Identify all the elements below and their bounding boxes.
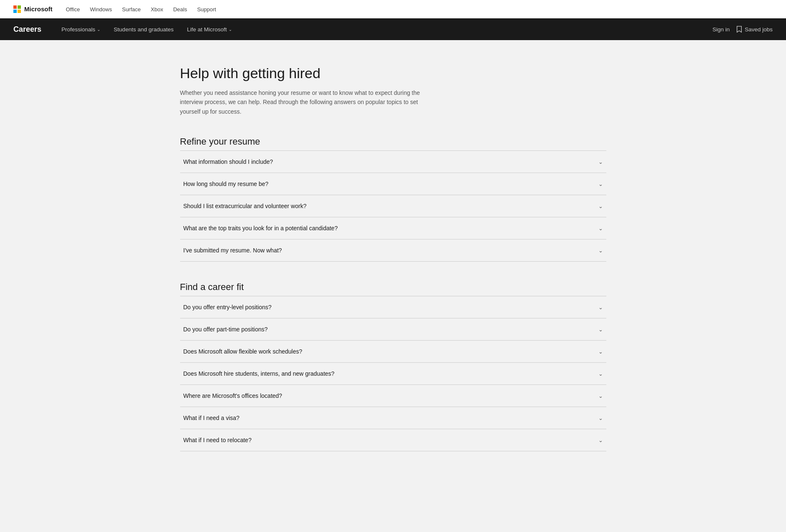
- top-nav-xbox[interactable]: Xbox: [151, 6, 163, 13]
- faq-chevron-icon: ⌄: [598, 159, 603, 165]
- faq-question: Does Microsoft allow flexible work sched…: [183, 348, 303, 355]
- career-fit-section-title: Find a career fit: [180, 282, 606, 293]
- faq-chevron-icon: ⌄: [598, 247, 603, 254]
- faq-chevron-icon: ⌄: [598, 203, 603, 209]
- faq-question: Does Microsoft hire students, interns, a…: [183, 370, 335, 377]
- faq-question: Do you offer part-time positions?: [183, 326, 268, 333]
- faq-question: Do you offer entry-level positions?: [183, 304, 272, 311]
- faq-item[interactable]: Does Microsoft allow flexible work sched…: [180, 341, 606, 363]
- faq-question: Where are Microsoft's offices located?: [183, 392, 282, 399]
- faq-question: What are the top traits you look for in …: [183, 225, 338, 232]
- faq-question: Should I list extracurricular and volunt…: [183, 203, 307, 209]
- top-nav-support[interactable]: Support: [197, 6, 216, 13]
- faq-item[interactable]: What are the top traits you look for in …: [180, 217, 606, 239]
- faq-chevron-icon: ⌄: [598, 415, 603, 421]
- top-navigation: Microsoft Office Windows Surface Xbox De…: [0, 0, 786, 18]
- top-nav-links: Office Windows Surface Xbox Deals Suppor…: [66, 6, 216, 13]
- top-nav-windows[interactable]: Windows: [90, 6, 112, 13]
- sign-in-link[interactable]: Sign in: [712, 26, 730, 33]
- faq-chevron-icon: ⌄: [598, 437, 603, 443]
- bookmark-icon: [736, 26, 742, 33]
- top-nav-surface[interactable]: Surface: [122, 6, 141, 13]
- nav-students-label: Students and graduates: [114, 26, 173, 33]
- logo-blue: [13, 10, 17, 13]
- nav-life-label: Life at Microsoft: [187, 26, 226, 33]
- faq-question: What information should I include?: [183, 158, 273, 165]
- resume-faq-list: What information should I include? ⌄ How…: [180, 150, 606, 262]
- saved-jobs-label: Saved jobs: [745, 26, 773, 33]
- faq-item[interactable]: I've submitted my resume. Now what? ⌄: [180, 239, 606, 262]
- top-nav-office[interactable]: Office: [66, 6, 80, 13]
- page-title: Help with getting hired: [180, 65, 606, 81]
- faq-question: What if I need to relocate?: [183, 437, 252, 443]
- nav-life-at-microsoft[interactable]: Life at Microsoft ⌄: [180, 18, 238, 40]
- microsoft-logo[interactable]: Microsoft: [13, 5, 53, 13]
- career-fit-section: Find a career fit Do you offer entry-lev…: [180, 282, 606, 451]
- resume-section: Refine your resume What information shou…: [180, 136, 606, 262]
- careers-title: Careers: [13, 25, 41, 34]
- nav-professionals[interactable]: Professionals ⌄: [55, 18, 107, 40]
- faq-item[interactable]: What information should I include? ⌄: [180, 151, 606, 173]
- ms-logo-grid: [13, 5, 21, 13]
- faq-chevron-icon: ⌄: [598, 181, 603, 187]
- faq-item[interactable]: Does Microsoft hire students, interns, a…: [180, 363, 606, 385]
- logo-green: [18, 5, 21, 9]
- careers-nav-links: Professionals ⌄ Students and graduates L…: [55, 18, 712, 40]
- careers-nav-right: Sign in Saved jobs: [712, 26, 773, 33]
- faq-chevron-icon: ⌄: [598, 326, 603, 333]
- faq-item[interactable]: What if I need to relocate? ⌄: [180, 429, 606, 451]
- faq-chevron-icon: ⌄: [598, 304, 603, 311]
- nav-professionals-label: Professionals: [61, 26, 95, 33]
- faq-item[interactable]: Should I list extracurricular and volunt…: [180, 195, 606, 217]
- faq-item[interactable]: How long should my resume be? ⌄: [180, 173, 606, 195]
- faq-item[interactable]: Do you offer part-time positions? ⌄: [180, 318, 606, 341]
- saved-jobs-link[interactable]: Saved jobs: [736, 26, 773, 33]
- faq-item[interactable]: Where are Microsoft's offices located? ⌄: [180, 385, 606, 407]
- logo-yellow: [18, 10, 21, 13]
- nav-students[interactable]: Students and graduates: [107, 18, 180, 40]
- career-faq-list: Do you offer entry-level positions? ⌄ Do…: [180, 296, 606, 451]
- top-nav-deals[interactable]: Deals: [173, 6, 187, 13]
- life-chevron-icon: ⌄: [229, 27, 232, 32]
- faq-question: What if I need a visa?: [183, 415, 240, 421]
- page-subtitle: Whether you need assistance honing your …: [180, 88, 431, 116]
- faq-question: How long should my resume be?: [183, 181, 269, 187]
- microsoft-text: Microsoft: [24, 5, 53, 13]
- faq-chevron-icon: ⌄: [598, 225, 603, 232]
- faq-chevron-icon: ⌄: [598, 393, 603, 399]
- main-content: Help with getting hired Whether you need…: [163, 40, 623, 505]
- faq-question: I've submitted my resume. Now what?: [183, 247, 282, 254]
- careers-navigation: Careers Professionals ⌄ Students and gra…: [0, 18, 786, 40]
- faq-chevron-icon: ⌄: [598, 349, 603, 355]
- resume-section-title: Refine your resume: [180, 136, 606, 147]
- professionals-chevron-icon: ⌄: [97, 27, 100, 32]
- faq-chevron-icon: ⌄: [598, 371, 603, 377]
- faq-item[interactable]: Do you offer entry-level positions? ⌄: [180, 296, 606, 318]
- faq-item[interactable]: What if I need a visa? ⌄: [180, 407, 606, 429]
- logo-red: [13, 5, 17, 9]
